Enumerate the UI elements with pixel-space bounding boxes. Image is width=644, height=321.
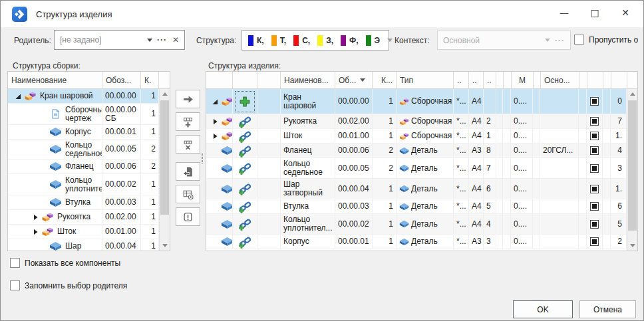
column-header-name[interactable]: Наименование xyxy=(8,72,102,88)
vertical-scrollbar[interactable] xyxy=(627,89,637,251)
table-row[interactable]: Кран шаровой 00.00.00 1 xyxy=(8,89,159,104)
indeterminate-checkbox[interactable] xyxy=(590,220,599,229)
properties-warning-button[interactable] xyxy=(176,207,200,226)
checkbox-box[interactable] xyxy=(10,280,20,290)
table-row[interactable]: Втулка 00.00.03 1 xyxy=(8,195,159,210)
indeterminate-checkbox[interactable] xyxy=(590,237,599,246)
orange-swatch xyxy=(271,35,277,46)
table-row[interactable]: Шар 00.00.04 1 xyxy=(8,239,159,251)
indeterminate-checkbox[interactable] xyxy=(590,97,599,106)
title-bar: Структура изделия xyxy=(1,1,643,27)
table-row[interactable]: Кольцо уплотнител... 00.00.02 1 Деталь *… xyxy=(206,214,627,235)
scroll-up-button[interactable] xyxy=(627,89,637,99)
collapsed-icon[interactable] xyxy=(32,229,39,235)
table-view-button[interactable] xyxy=(176,185,200,203)
structure-filter-box[interactable]: К, Т, С, З, Ф, Э xyxy=(242,30,389,51)
show-all-components-checkbox[interactable]: Показать все компоненты xyxy=(10,258,120,268)
plus-icon[interactable] xyxy=(240,96,250,107)
remove-row-button[interactable] xyxy=(176,135,200,154)
scroll-down-button[interactable] xyxy=(627,241,637,251)
table-row[interactable]: Фланец 00.00.06 2 Деталь *... А3 8 0....… xyxy=(206,144,627,158)
part-icon xyxy=(49,161,62,171)
cancel-button[interactable]: Отмена xyxy=(579,300,636,318)
link-add-icon xyxy=(240,201,251,212)
window-title: Структура изделия xyxy=(36,9,112,19)
table-row[interactable]: Шар затворный 00.00.04 1 Деталь *... А4 … xyxy=(206,179,627,199)
checkbox-box[interactable] xyxy=(10,258,20,268)
column-header-material[interactable]: Осно... xyxy=(541,72,579,88)
column-header-d3[interactable]: .. xyxy=(484,72,496,88)
column-header-code[interactable]: Об... xyxy=(335,72,373,88)
scrollbar-thumb[interactable] xyxy=(160,100,169,215)
splitter-grip[interactable] xyxy=(201,153,204,164)
table-row[interactable]: Втулка 00.00.03 1 Деталь *... А4 5 0....… xyxy=(206,199,627,214)
chevron-down-icon[interactable] xyxy=(147,39,152,42)
skip-checkbox[interactable]: Пропустить о xyxy=(574,35,638,45)
table-row[interactable]: Фланец 00.00.06 2 xyxy=(8,160,159,174)
table-row[interactable]: Кольцо уплотните... 00.00.02 1 xyxy=(8,174,159,195)
maximize-button[interactable]: □ xyxy=(579,2,610,23)
add-row-button[interactable] xyxy=(176,112,200,131)
table-row[interactable]: Сборочный чертеж 00.00.00 СБ 1 xyxy=(8,104,159,125)
add-component-cell[interactable] xyxy=(236,92,254,112)
column-header-type[interactable]: Тип xyxy=(397,72,454,88)
column-header-name[interactable]: Наименов... xyxy=(281,72,335,88)
part-icon xyxy=(49,179,62,189)
scrollbar-thumb[interactable] xyxy=(628,100,637,231)
chevron-down-icon[interactable] xyxy=(387,39,393,42)
scroll-up-button[interactable] xyxy=(160,89,170,99)
structure-chip-k: К, xyxy=(248,35,264,46)
column-header-code[interactable]: Обоз... xyxy=(102,72,141,88)
parent-combobox[interactable]: [не задано] ··· ✕ xyxy=(54,30,185,50)
column-header-d2[interactable]: .. xyxy=(469,72,484,88)
column-header-d1[interactable]: .. xyxy=(454,72,469,88)
table-row[interactable]: Рукоятка 00.02.00 1 Сборочная *... А4 2 … xyxy=(206,114,627,129)
column-header-m[interactable]: М xyxy=(512,72,534,88)
indeterminate-checkbox[interactable] xyxy=(590,132,599,140)
part-icon xyxy=(221,184,233,194)
indeterminate-checkbox[interactable] xyxy=(590,117,599,126)
move-right-button[interactable] xyxy=(176,90,200,108)
minimize-button[interactable]: — xyxy=(549,2,579,23)
part-icon xyxy=(49,241,62,251)
remember-parent-checkbox[interactable]: Запомнить выбор родителя xyxy=(10,280,127,290)
table-row[interactable]: Шток 00.01.00 1 xyxy=(8,225,159,239)
table-add-icon xyxy=(182,116,194,128)
table-delete-icon xyxy=(182,139,194,150)
assembly-icon xyxy=(221,131,233,141)
green-swatch xyxy=(366,35,371,46)
expanded-icon[interactable] xyxy=(15,93,21,100)
table-row[interactable]: Рукоятка 00.02.00 1 xyxy=(8,210,159,225)
red-swatch xyxy=(293,35,299,46)
assembly-icon xyxy=(41,227,54,237)
part-icon xyxy=(221,146,233,156)
indeterminate-checkbox[interactable] xyxy=(590,202,599,211)
indeterminate-checkbox[interactable] xyxy=(590,146,599,155)
table-row[interactable]: Кольцо седельное 00.00.05 2 xyxy=(8,140,159,160)
column-header-qty[interactable]: К. xyxy=(141,72,159,88)
assembly-structure-title: Структура сборки: xyxy=(13,61,80,70)
indeterminate-checkbox[interactable] xyxy=(590,185,599,193)
close-button[interactable]: ✕ xyxy=(610,2,641,23)
part-icon xyxy=(399,238,409,246)
collapsed-icon[interactable] xyxy=(32,214,39,221)
collapsed-icon[interactable] xyxy=(212,118,218,125)
table-row[interactable]: Корпус 00.00.01 1 Деталь *... А3 3 0....… xyxy=(206,235,627,249)
collapsed-icon[interactable] xyxy=(212,133,218,140)
column-header-qty[interactable]: К... xyxy=(373,72,397,88)
ok-button[interactable]: OK xyxy=(513,300,573,318)
scroll-down-button[interactable] xyxy=(160,241,170,251)
table-row[interactable]: Корпус 00.00.01 1 xyxy=(8,125,159,140)
expanded-icon[interactable] xyxy=(212,98,218,105)
indeterminate-checkbox[interactable] xyxy=(590,164,599,173)
link-add-icon xyxy=(240,219,251,229)
document-return-button[interactable] xyxy=(176,162,200,181)
table-row[interactable]: Кольцо седельное 00.00.05 2 Деталь *... … xyxy=(206,158,627,179)
vertical-scrollbar[interactable] xyxy=(159,89,170,251)
clear-icon[interactable]: ✕ xyxy=(172,35,179,45)
browse-ellipsis-icon[interactable]: ··· xyxy=(157,35,167,45)
checkbox-box[interactable] xyxy=(574,35,584,45)
link-add-icon xyxy=(240,163,251,173)
table-row[interactable]: Кран шаровой 00.00.00 1 Сборочная *... А… xyxy=(206,89,627,114)
table-row[interactable]: Шток 00.01.00 1 Сборочная *... А4 1 0...… xyxy=(206,129,627,144)
